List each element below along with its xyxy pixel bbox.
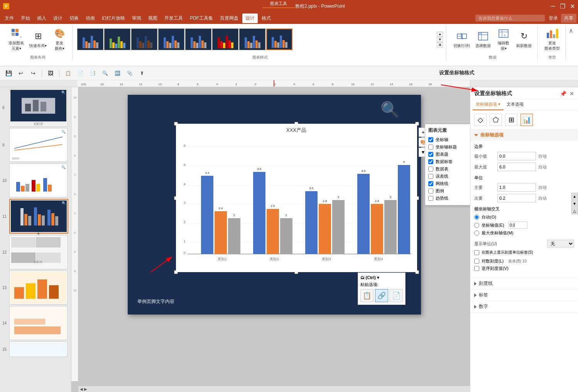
chart-style-7[interactable]: [239, 29, 265, 50]
tab-text-options[interactable]: 文本选项: [504, 99, 527, 110]
menu-transition[interactable]: 切换: [66, 13, 82, 23]
display-unit-select[interactable]: 无: [547, 240, 574, 247]
change-chart-type-btn[interactable]: 更改图表类型: [542, 26, 562, 53]
checkbox-gridlines[interactable]: [428, 181, 433, 186]
horizontal-scrollbar[interactable]: ◀ ▶: [78, 386, 470, 392]
chart-style-3[interactable]: [131, 29, 157, 50]
save-btn[interactable]: 💾: [3, 68, 14, 79]
refresh-data-btn[interactable]: ↻ 刷新数据: [514, 29, 534, 50]
undo-btn[interactable]: ↩: [15, 68, 26, 79]
menu-view[interactable]: 视图: [145, 13, 161, 23]
change-color-btn[interactable]: 🎨 更改颜色▾: [50, 26, 69, 53]
panel-scroll-down[interactable]: ▼: [571, 200, 578, 207]
major-value-input[interactable]: [497, 183, 536, 192]
main-slide[interactable]: 🔍 举例页脚文字内容: [128, 95, 421, 315]
chart-style-4[interactable]: [158, 29, 184, 50]
chart-style-5[interactable]: [185, 29, 211, 50]
menu-design[interactable]: 设计: [50, 13, 66, 23]
panel-icon-pentagon[interactable]: ⬠: [490, 114, 502, 126]
menu-animation[interactable]: 动画: [83, 13, 98, 23]
menu-baidu[interactable]: 百度网盘: [217, 13, 242, 23]
max-value-input[interactable]: [497, 163, 536, 171]
select-data-btn[interactable]: 选择数据: [473, 29, 493, 50]
quick-layout-btn[interactable]: ⊞ 快速布局▾: [27, 29, 49, 50]
panel-close-btn[interactable]: ✕: [570, 91, 574, 97]
menu-dev[interactable]: 开发工具: [161, 13, 186, 23]
panel-scroll-top[interactable]: △: [571, 207, 578, 214]
checkbox-axis-title[interactable]: [428, 145, 433, 150]
paste-opt-2[interactable]: 🔗: [375, 289, 388, 302]
share-btn[interactable]: 共享: [561, 14, 576, 23]
slide-item-14[interactable]: 14: [9, 306, 69, 340]
slide-thumb-11[interactable]: 🔍: [9, 199, 68, 234]
present-btn[interactable]: 🖼: [45, 68, 56, 79]
panel-icon-grid[interactable]: ⊞: [505, 114, 517, 126]
section-header-numbers[interactable]: 数字: [470, 301, 578, 313]
scroll-left-btn[interactable]: ◀: [80, 387, 83, 391]
slide-item-15[interactable]: 15: [9, 342, 69, 357]
checkbox-chart-title[interactable]: [428, 152, 433, 157]
chart-style-1[interactable]: [77, 29, 103, 50]
show-unit-label-checkbox[interactable]: [474, 250, 479, 255]
restore-btn[interactable]: ❐: [560, 3, 565, 10]
chart-style-scroll-down[interactable]: ▼: [437, 37, 443, 42]
tb6[interactable]: 🔍: [100, 68, 110, 79]
paste-opt-3[interactable]: 📄: [390, 289, 403, 302]
menu-slideshow[interactable]: 幻灯片放映: [99, 13, 128, 23]
paste-ctrl-label[interactable]: 🗂 (Ctrl) ▾: [360, 275, 403, 280]
checkbox-trendline[interactable]: [428, 196, 433, 201]
chart-style-more[interactable]: ⊞: [437, 42, 443, 47]
slide-item-10[interactable]: 10 🔍: [9, 163, 69, 197]
section-header-tick[interactable]: 刻度线: [470, 278, 578, 289]
tb5[interactable]: 📑: [87, 68, 98, 79]
tb7[interactable]: 🔤: [112, 68, 123, 79]
slide-item-11[interactable]: 11 🔍: [9, 199, 69, 234]
window-controls[interactable]: ─ ❐ ✕: [551, 3, 575, 10]
close-btn[interactable]: ✕: [570, 3, 575, 10]
slide-item-12[interactable]: 12 ★ 幻灯片: [9, 235, 69, 269]
slide-thumb-12[interactable]: ★ 幻灯片: [9, 235, 68, 269]
chart-style-scroll-up[interactable]: ▲: [437, 32, 443, 37]
section-header-labels[interactable]: 标签: [470, 289, 578, 301]
slide-item-9[interactable]: 9 🔍 幻灯片: [9, 128, 69, 162]
menu-format[interactable]: 格式: [259, 13, 274, 23]
menu-start[interactable]: 开始: [18, 13, 33, 23]
minimize-btn[interactable]: ─: [551, 3, 555, 10]
slide-thumb-14[interactable]: [9, 306, 68, 340]
checkbox-error-bars[interactable]: [428, 174, 433, 179]
cross-value-input[interactable]: [508, 222, 527, 229]
tb4[interactable]: 📄: [75, 68, 86, 79]
tb9[interactable]: ⬆: [137, 68, 147, 79]
paste-opt-1[interactable]: 📋: [360, 289, 374, 302]
menu-insert[interactable]: 插入: [34, 13, 49, 23]
slide-thumb-13[interactable]: [9, 271, 68, 305]
ribbon-collapse-btn[interactable]: ∧: [569, 27, 573, 34]
slide-thumb-10[interactable]: 🔍: [9, 163, 68, 197]
panel-scroll-up[interactable]: ▲: [571, 193, 578, 200]
slide-thumb-15[interactable]: [9, 342, 68, 357]
chart-style-scroll[interactable]: ▲ ▼ ⊞: [437, 32, 443, 47]
checkbox-axis[interactable]: [428, 137, 433, 142]
slide-thumb-9[interactable]: 🔍 幻灯片: [9, 128, 68, 162]
checkbox-data-table[interactable]: [428, 167, 433, 172]
checkbox-data-labels[interactable]: [428, 159, 433, 164]
chart-selected[interactable]: XXX产品 6 5 4 3 2 1 0: [176, 124, 417, 272]
tb8[interactable]: 📎: [124, 68, 135, 79]
menu-review[interactable]: 审阅: [129, 13, 144, 23]
checkbox-legend[interactable]: [428, 188, 433, 193]
cross-radio-max[interactable]: [474, 230, 479, 236]
panel-icon-diamond[interactable]: ◇: [474, 114, 487, 126]
menu-chart-design[interactable]: 设计: [242, 13, 258, 23]
scroll-right-btn[interactable]: ▶: [84, 387, 87, 391]
edit-data-btn[interactable]: ✎ 编辑数据▾: [494, 26, 513, 53]
menu-pdf[interactable]: PDF工具集: [187, 13, 216, 23]
section-header-axis[interactable]: 坐标轴选项: [470, 130, 578, 141]
panel-pin-btn[interactable]: 📌: [560, 91, 566, 97]
redo-btn[interactable]: ↪: [28, 68, 39, 79]
panel-icon-chart[interactable]: 📊: [521, 114, 533, 126]
minor-value-input[interactable]: [497, 194, 536, 202]
tab-axis-options[interactable]: 坐标轴选项 ▾: [473, 99, 504, 110]
slide-item-13[interactable]: 13: [9, 271, 69, 305]
switch-row-col-btn[interactable]: 切换行/列: [451, 29, 472, 50]
tb3[interactable]: 📋: [63, 68, 73, 79]
